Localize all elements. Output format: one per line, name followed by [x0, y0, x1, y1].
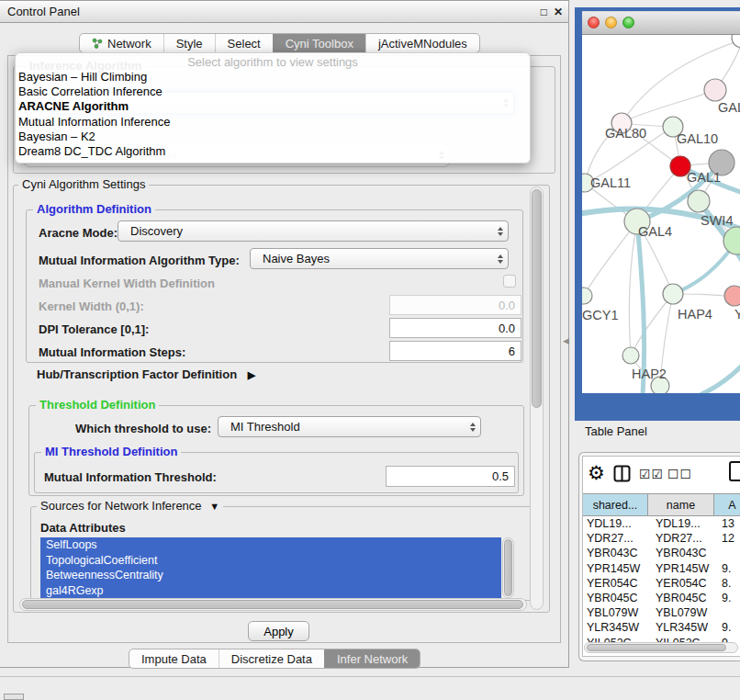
attribute-item[interactable]: TopologicalCoefficient — [40, 553, 501, 569]
tab-style[interactable]: Style — [163, 34, 215, 52]
attribute-item[interactable]: SelfLoops — [40, 537, 501, 553]
cut-off-button[interactable] — [4, 694, 24, 700]
attributes-scrollbar[interactable] — [502, 537, 514, 598]
algorithm-option[interactable]: Mutual Information Inference — [16, 115, 530, 130]
tab-label: Cyni Toolbox — [286, 37, 353, 51]
gal7-node[interactable] — [704, 79, 726, 101]
table-cell: YDR27... — [583, 532, 648, 545]
tab-jactivemnodules[interactable]: jActiveMNodules — [365, 34, 479, 52]
dpi-tolerance-field[interactable]: 0.0 — [389, 318, 521, 338]
table-row[interactable]: YPR145WYPR145W9. — [583, 561, 740, 576]
table-row[interactable]: YDR27...YDR27...12 — [583, 531, 740, 546]
table-cell: YLR345W — [583, 621, 648, 634]
algorithm-option[interactable]: Bayesian – K2 — [16, 130, 530, 144]
hub-definition-toggle[interactable]: Hub/Transcription Factor Definition ▶ — [37, 367, 255, 381]
column-header[interactable]: shared... — [583, 493, 648, 516]
table-row[interactable]: YBR045CYBR045C9. — [583, 591, 740, 605]
table-row[interactable]: YER054CYER054C8. — [583, 576, 740, 591]
apply-button[interactable]: Apply — [248, 621, 309, 641]
select-all-columns-icon[interactable]: ☑☑ — [639, 467, 664, 481]
node-label: Y — [734, 307, 740, 322]
float-icon[interactable]: □ — [541, 6, 547, 18]
node-label: HAP2 — [632, 367, 667, 381]
tab-label: jActiveMNodules — [378, 37, 467, 51]
combo-spinner-icon — [470, 417, 476, 436]
mi-type-label: Mutual Information Algorithm Type: — [39, 254, 240, 267]
table-row[interactable]: YBR043CYBR043C — [583, 546, 740, 560]
aracne-mode-combobox[interactable]: Discovery — [118, 220, 509, 242]
node[interactable] — [724, 286, 740, 306]
control-panel-titlebar: Control Panel □ ✕ — [0, 1, 568, 23]
tab-label: Network — [107, 37, 151, 51]
settings-horizontal-scrollbar[interactable] — [19, 598, 527, 611]
table-cell: YDR27... — [648, 532, 714, 545]
hap4-node[interactable] — [663, 284, 683, 304]
table-panel-title: Table Panel — [585, 424, 647, 438]
aracne-mode-value: Discovery — [130, 224, 183, 238]
table-row[interactable]: YIL052CYIL052C9 — [583, 636, 740, 643]
zoom-traffic-light-icon[interactable] — [622, 17, 634, 28]
deselect-all-columns-icon[interactable]: ☐☐ — [667, 467, 692, 481]
node-label: GCY1 — [582, 308, 619, 322]
divider — [0, 676, 740, 677]
kernel-width-field[interactable]: 0.0 — [389, 295, 521, 315]
node[interactable] — [723, 227, 740, 254]
mi-steps-field[interactable]: 6 — [389, 341, 521, 361]
table-rows: YDL19...YDL19...13YDR27...YDR27...12YBR0… — [583, 516, 740, 642]
table-cell: YLR345W — [648, 621, 714, 634]
hap2-node[interactable] — [622, 347, 639, 364]
tab-impute-data[interactable]: Impute Data — [129, 649, 219, 668]
algorithm-definition-label: Algorithm Definition — [33, 203, 155, 216]
combo-spinner-icon — [498, 249, 503, 268]
page-icon[interactable] — [729, 461, 740, 481]
mi-type-combobox[interactable]: Naive Bayes — [250, 248, 509, 269]
table-row[interactable]: YBL079WYBL079W — [583, 605, 740, 620]
network-edges-highlighted — [582, 163, 740, 393]
algorithm-option[interactable]: ARACNE Algorithm — [16, 99, 530, 114]
node[interactable] — [732, 35, 740, 48]
manual-kernel-checkbox[interactable] — [503, 275, 516, 288]
sources-toggle[interactable]: Sources for Network Inference ▼ — [37, 500, 223, 513]
tab-discretize-data[interactable]: Discretize Data — [219, 649, 324, 668]
column-header[interactable]: name — [648, 493, 714, 516]
tab-select[interactable]: Select — [215, 34, 273, 52]
gcy1-node[interactable] — [582, 288, 592, 304]
splitter-handle[interactable]: ◀ — [563, 336, 569, 345]
close-traffic-light-icon[interactable] — [588, 17, 600, 28]
algorithm-popup-list: Bayesian – Hill ClimbingBasic Correlatio… — [16, 70, 530, 159]
minimize-traffic-light-icon[interactable] — [605, 17, 617, 28]
expanded-arrow-icon: ▼ — [209, 501, 219, 512]
attribute-item[interactable]: gal4RGexp — [40, 583, 501, 599]
tab-cyni-toolbox[interactable]: Cyni Toolbox — [273, 34, 365, 52]
gear-icon[interactable]: ⚙ — [588, 463, 605, 483]
split-columns-icon[interactable] — [613, 465, 631, 482]
table-horizontal-scrollbar[interactable] — [584, 642, 738, 653]
algorithm-option[interactable]: Bayesian – Hill Climbing — [16, 70, 530, 85]
tab-label: Infer Network — [337, 652, 408, 666]
column-header[interactable]: A — [714, 493, 740, 516]
tab-network[interactable]: Network — [80, 34, 163, 52]
table-row[interactable]: YDL19...YDL19...13 — [583, 516, 740, 531]
which-threshold-combobox[interactable]: MI Threshold — [218, 416, 481, 437]
which-threshold-label: Which threshold to use: — [75, 422, 211, 435]
mi-threshold-field[interactable]: 0.5 — [386, 466, 515, 487]
table-cell: YER054C — [648, 577, 714, 590]
tab-infer-network[interactable]: Infer Network — [324, 649, 420, 668]
dpi-tolerance-label: DPI Tolerance [0,1]: — [39, 322, 149, 336]
combo-spinner-icon — [498, 221, 503, 241]
tab-label: Impute Data — [141, 652, 207, 666]
mi-type-value: Naive Bayes — [263, 252, 330, 265]
algorithm-option[interactable]: Dream8 DC_TDC Algorithm — [16, 144, 530, 159]
data-attributes-label: Data Attributes — [40, 521, 126, 535]
table-row[interactable]: YLR345WYLR345W9. — [583, 620, 740, 635]
attribute-item[interactable]: BetweennessCentrality — [40, 568, 501, 583]
settings-vertical-scrollbar[interactable] — [530, 186, 544, 610]
cyni-algorithm-settings-label: Cyni Algorithm Settings — [18, 178, 149, 191]
network-canvas[interactable]: GAL7GAL80GAL10GAL1GAL11SWI4GAL4GCY1HAP4Y… — [582, 35, 740, 393]
which-threshold-value: MI Threshold — [230, 420, 300, 434]
algorithm-option[interactable]: Basic Correlation Inference — [16, 85, 530, 99]
swi4-node[interactable] — [688, 190, 710, 212]
screen: Control Panel □ ✕ NetworkStyleSelectCyni… — [0, 0, 740, 700]
close-icon[interactable]: ✕ — [554, 6, 563, 18]
window-title: Control Panel — [7, 5, 80, 18]
